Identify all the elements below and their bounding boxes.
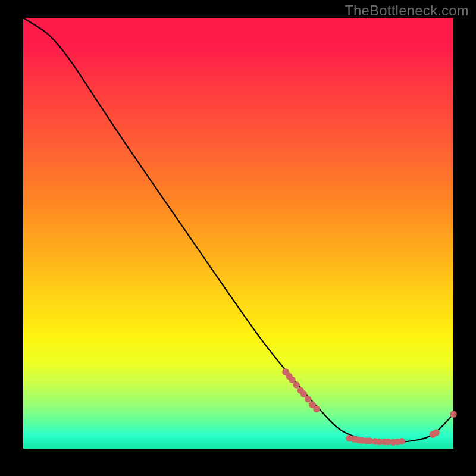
data-marker <box>313 406 320 413</box>
data-marker <box>293 381 300 389</box>
markers-group <box>282 368 457 446</box>
data-marker <box>433 429 440 436</box>
data-marker <box>450 411 457 418</box>
chart-root: TheBottleneck.com <box>0 0 476 476</box>
data-marker <box>398 438 405 445</box>
data-marker <box>305 396 312 403</box>
plot-area <box>23 18 453 449</box>
chart-svg <box>23 18 453 449</box>
curve-line <box>23 18 453 442</box>
watermark-text: TheBottleneck.com <box>345 2 469 19</box>
